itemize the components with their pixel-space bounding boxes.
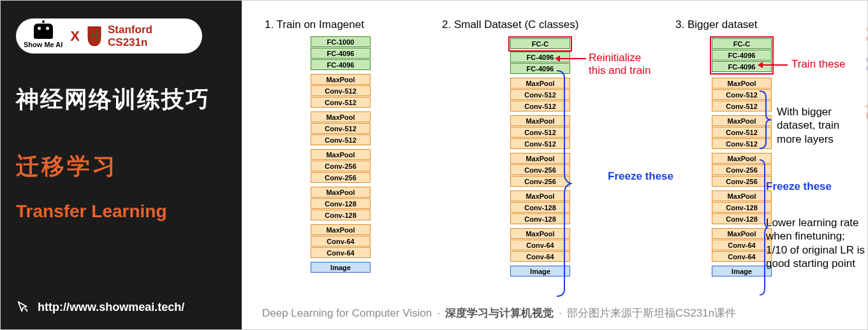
- layer-mp: MaxPool: [311, 187, 371, 197]
- layer-fc: FC-4096: [311, 48, 371, 59]
- annotation-lr-col3: Lower learning rate when finetuning; 1/1…: [766, 216, 865, 270]
- main-panel: 1. Train on ImagenetFC-1000FC-4096FC-409…: [242, 1, 867, 329]
- sidebar-url-link[interactable]: http://www.showmeai.tech/: [38, 301, 184, 314]
- brand-x-label: X: [70, 28, 80, 45]
- layer-stack: FC-1000FC-4096FC-4096MaxPoolConv-512Conv…: [311, 36, 371, 276]
- layer-img: Image: [311, 262, 371, 273]
- layer-fc: FC-1000: [311, 36, 371, 47]
- watermark: ShowMeAI: [862, 26, 867, 122]
- layer-mp: MaxPool: [712, 78, 772, 89]
- footer-part3: 部分图片来源于斯坦福CS231n课件: [567, 306, 736, 320]
- layer-conv: Conv-512: [311, 97, 371, 108]
- sidebar-title-cn: 神经网络训练技巧: [16, 84, 226, 115]
- annotation-train-col3: Train these: [791, 58, 845, 71]
- brand-course-label: Stanford CS231n: [108, 24, 152, 48]
- annotation-freeze-col2: Freeze these: [608, 170, 673, 183]
- annotation-reinit: Reinitialize this and train: [589, 52, 651, 78]
- highlight-box: FC-CFC-4096FC-4096: [710, 36, 774, 75]
- layer-conv: Conv-256: [311, 172, 371, 183]
- layer-fc: FC-4096: [311, 59, 371, 70]
- footer-dot1: ·: [437, 307, 440, 320]
- annotation-freeze-col3: Freeze these: [766, 180, 832, 193]
- footer-line: Deep Learning for Computer Vision · 深度学习…: [262, 306, 855, 320]
- layer-conv: Conv-128: [311, 198, 371, 209]
- columns: 1. Train on ImagenetFC-1000FC-4096FC-409…: [242, 18, 842, 280]
- brace-freeze-col2-icon: [555, 69, 572, 298]
- sidebar-footer: http://www.showmeai.tech/: [16, 300, 226, 314]
- layer-fc: FC-C: [510, 38, 570, 49]
- layer-fc: FC-C: [712, 38, 772, 49]
- layer-conv: Conv-64: [311, 236, 371, 247]
- cursor-icon: [16, 300, 30, 314]
- layer-fc: FC-4096: [712, 50, 772, 61]
- brand-pill: Show Me AI X Stanford CS231n: [16, 18, 202, 54]
- robot-icon: [34, 24, 53, 39]
- highlight-box: FC-C: [508, 36, 572, 52]
- layer-conv: Conv-512: [311, 123, 371, 134]
- layer-conv: Conv-256: [311, 161, 371, 171]
- brand-showmeai-label: Show Me AI: [24, 41, 63, 48]
- layer-mp: MaxPool: [311, 111, 371, 122]
- layer-mp: MaxPool: [311, 74, 371, 85]
- layer-conv: Conv-512: [311, 85, 371, 96]
- footer-part2: 深度学习与计算机视觉: [445, 306, 554, 320]
- layer-conv: Conv-512: [311, 134, 371, 145]
- annotation-bigger-col3: With bigger dataset, train more layers: [777, 105, 839, 146]
- stanford-shield-icon: [87, 26, 101, 47]
- page: Show Me AI X Stanford CS231n 神经网络训练技巧 迁移…: [0, 0, 868, 330]
- footer-dot2: ·: [559, 307, 562, 320]
- footer-part1: Deep Learning for Computer Vision: [262, 307, 432, 320]
- brand-course: CS231n: [108, 36, 152, 49]
- sidebar-subtitle-cn: 迁移学习: [16, 151, 226, 182]
- sidebar: Show Me AI X Stanford CS231n 神经网络训练技巧 迁移…: [1, 1, 242, 329]
- layer-mp: MaxPool: [311, 149, 371, 160]
- layer-conv: Conv-128: [311, 210, 371, 220]
- layer-fc: FC-4096: [510, 52, 570, 62]
- column-1: 1. Train on ImagenetFC-1000FC-4096FC-409…: [242, 18, 439, 280]
- arrow-train-icon: [760, 64, 788, 66]
- brand-university: Stanford: [108, 24, 152, 36]
- column-title: 3. Bigger dataset: [641, 18, 842, 31]
- layer-mp: MaxPool: [311, 224, 371, 235]
- arrow-reinit-icon: [557, 58, 586, 59]
- sidebar-subtitle-en: Transfer Learning: [16, 201, 226, 222]
- layer-conv: Conv-64: [311, 247, 371, 258]
- brace-bigger-col3-icon: [758, 90, 772, 150]
- column-title: 2. Small Dataset (C classes): [439, 18, 641, 31]
- column-title: 1. Train on Imagenet: [242, 18, 439, 31]
